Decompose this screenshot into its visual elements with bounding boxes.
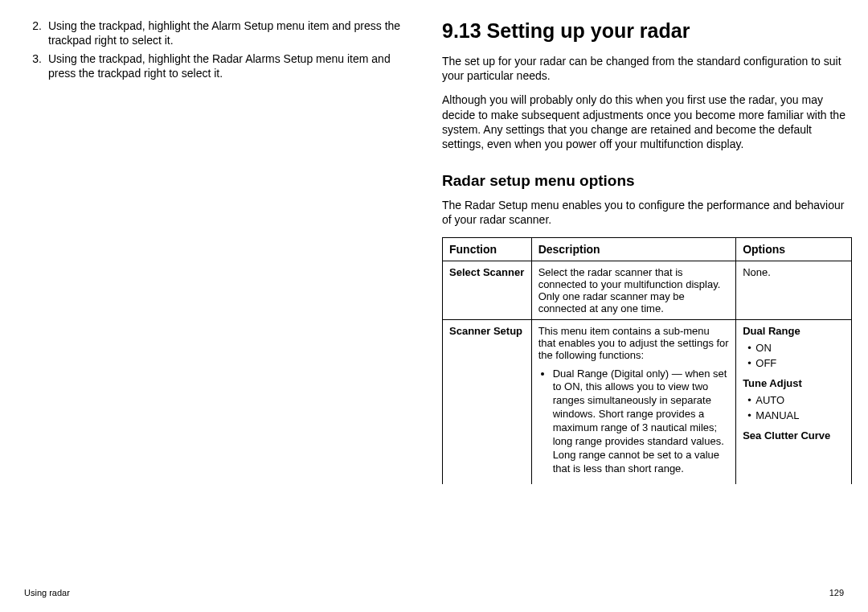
page-content: 2. Using the trackpad, highlight the Ala…	[0, 0, 868, 555]
list-item: 3. Using the trackpad, highlight the Rad…	[24, 52, 410, 80]
right-column: 9.13 Setting up your radar The set up fo…	[442, 19, 852, 555]
footer-left: Using radar	[24, 588, 70, 598]
left-column: 2. Using the trackpad, highlight the Ala…	[24, 19, 410, 555]
option-item: OFF	[743, 355, 845, 371]
cell-description: Select the radar scanner that is connect…	[531, 261, 736, 319]
option-heading: Tune Adjust	[743, 377, 845, 389]
instruction-list: 2. Using the trackpad, highlight the Ala…	[24, 19, 410, 80]
table-row: Scanner Setup This menu item contains a …	[443, 319, 852, 484]
cell-function: Select Scanner	[443, 261, 532, 319]
option-list: AUTO MANUAL	[743, 392, 845, 423]
col-header-function: Function	[443, 237, 532, 261]
paragraph: The set up for your radar can be changed…	[442, 54, 852, 83]
cell-options: Dual Range ON OFF Tune Adjust AUTO MANUA…	[736, 319, 852, 484]
paragraph: The Radar Setup menu enables you to conf…	[442, 198, 852, 227]
option-item: ON	[743, 340, 845, 355]
footer-page-number: 129	[829, 588, 844, 598]
option-list: ON OFF	[743, 340, 845, 371]
item-text: Using the trackpad, highlight the Radar …	[48, 52, 410, 80]
option-heading: Dual Range	[743, 325, 845, 337]
item-number: 2.	[24, 19, 48, 47]
cell-description: This menu item contains a sub-menu that …	[531, 319, 736, 484]
option-group: Sea Clutter Curve	[743, 429, 845, 442]
col-header-options: Options	[736, 237, 852, 261]
option-item: MANUAL	[743, 408, 845, 423]
section-title: 9.13 Setting up your radar	[442, 19, 852, 43]
options-table: Function Description Options Select Scan…	[442, 237, 852, 484]
cell-options: None.	[736, 261, 852, 319]
desc-bullet-list: Dual Range (Digital only) — when set to …	[538, 368, 730, 476]
item-text: Using the trackpad, highlight the Alarm …	[48, 19, 410, 47]
desc-intro: This menu item contains a sub-menu that …	[538, 325, 729, 361]
desc-bullet: Dual Range (Digital only) — when set to …	[553, 368, 730, 476]
item-number: 3.	[24, 52, 48, 80]
col-header-description: Description	[531, 237, 736, 261]
table-row: Select Scanner Select the radar scanner …	[443, 261, 852, 319]
option-item: AUTO	[743, 392, 845, 408]
page-footer: Using radar 129	[24, 588, 844, 598]
subheading: Radar setup menu options	[442, 172, 852, 190]
option-group: Dual Range ON OFF	[743, 325, 845, 371]
option-group: Tune Adjust AUTO MANUAL	[743, 377, 845, 423]
option-heading: Sea Clutter Curve	[743, 429, 845, 442]
table-header-row: Function Description Options	[443, 237, 852, 261]
cell-function: Scanner Setup	[443, 319, 532, 484]
list-item: 2. Using the trackpad, highlight the Ala…	[24, 19, 410, 47]
paragraph: Although you will probably only do this …	[442, 92, 852, 151]
